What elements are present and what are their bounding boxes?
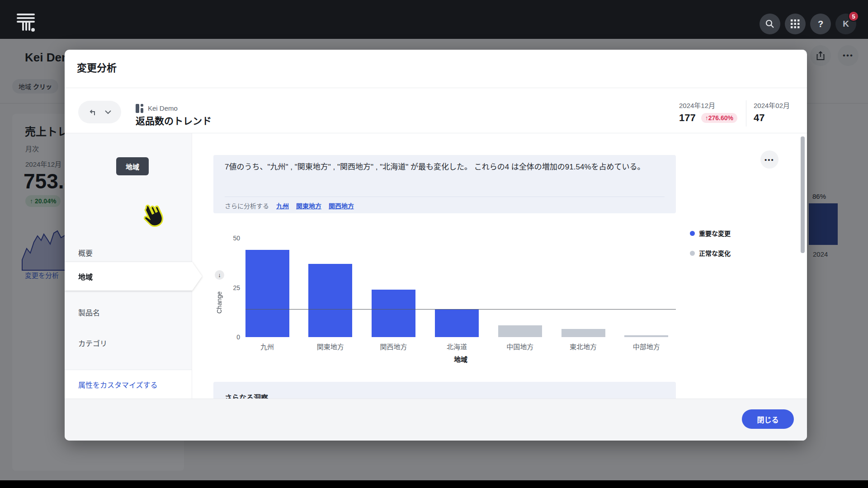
legend-item[interactable]: 正常な変化 (690, 249, 731, 258)
chart-plot: 02550 (245, 226, 676, 337)
y-axis-tick: 25 (222, 284, 240, 291)
apps-button[interactable] (785, 14, 806, 34)
app-logo (17, 13, 36, 34)
modal-title: 変更分析 (77, 60, 117, 74)
period-value: 177 (679, 112, 696, 124)
reference-line (245, 309, 676, 310)
category-tick-label: 関西地方 (362, 342, 425, 351)
legend-label: 正常な変化 (699, 249, 731, 258)
chart-category-row: 九州関東地方関西地方北海道中国地方東北地方中部地方 (245, 342, 676, 351)
legend-label: 重要な変更 (699, 229, 731, 238)
sort-descending-icon[interactable]: ↓ (215, 270, 224, 280)
sidebar-item[interactable]: 製品名 (78, 307, 100, 318)
chevron-down-icon (104, 110, 112, 114)
close-button[interactable]: 閉じる (742, 409, 794, 429)
search-button[interactable] (760, 14, 780, 34)
legend-dot-icon (690, 251, 695, 256)
period-divider (746, 100, 746, 127)
chart-bar-normal[interactable] (498, 325, 542, 337)
period-label: 2024年02月 (754, 100, 790, 110)
source-app-name: Kei Demo (148, 104, 178, 112)
help-icon: ? (818, 19, 823, 29)
insight-divider (225, 197, 665, 197)
sidebar-item[interactable]: 概要 (78, 247, 93, 258)
customize-attributes-link[interactable]: 属性をカスタマイズする (78, 379, 158, 390)
change-analysis-modal: 変更分析 Kei Demo 返品数のトレンド 2024年12月 177 ↑276… (65, 50, 807, 441)
category-tick-label: 東北地方 (552, 342, 615, 351)
legend-dot-icon (690, 231, 695, 236)
source-metric-title: 返品数のトレンド (136, 113, 212, 127)
modal-header-divider (65, 88, 807, 88)
apps-grid-icon (791, 19, 800, 28)
top-navbar: ? K 5 (0, 0, 868, 39)
category-tick-label: 関東地方 (299, 342, 362, 351)
user-avatar[interactable]: K 5 (835, 14, 856, 34)
analyze-link[interactable]: 関東地方 (296, 201, 321, 210)
liveboard-icon (136, 104, 145, 113)
search-icon (765, 19, 775, 29)
period-previous: 2024年02月 47 (754, 100, 790, 124)
y-axis-tick: 0 (222, 333, 240, 341)
modal-footer: 閉じる (65, 399, 807, 441)
more-dots-icon: ••• (764, 156, 774, 164)
mouse-cursor-icon (140, 203, 165, 230)
chart-bar-normal[interactable] (624, 335, 668, 337)
period-label: 2024年12月 (679, 100, 737, 110)
chart-bar-significant[interactable] (308, 264, 352, 337)
bottom-bar (0, 480, 868, 488)
category-tick-label: 中国地方 (488, 342, 552, 351)
insight-box: 7値のうち、"九州" , "関東地方" , "関西地方" , "北海道" が最も… (213, 155, 676, 213)
sidebar-tooltip: 地域 (116, 157, 149, 175)
notification-badge: 5 (848, 11, 859, 22)
analyze-link[interactable]: 関西地方 (329, 201, 354, 210)
analyze-further-label: さらに分析する (225, 201, 269, 210)
analyze-further-row: さらに分析する 九州関東地方関西地方 (225, 201, 354, 210)
customize-attributes-section: 属性をカスタマイズする (65, 370, 192, 399)
help-button[interactable]: ? (810, 14, 831, 34)
chart-legend: 重要な変更正常な変化 (690, 229, 731, 268)
back-button-group[interactable] (78, 101, 121, 123)
x-axis-label: 地域 (245, 354, 676, 364)
period-current: 2024年12月 177 ↑276.60% (679, 100, 737, 124)
insight-more-button[interactable]: ••• (760, 150, 778, 169)
insight-text: 7値のうち、"九州" , "関東地方" , "関西地方" , "北海道" が最も… (225, 161, 661, 174)
category-tick-label: 中部地方 (615, 342, 678, 351)
modal-scrollbar[interactable] (801, 136, 805, 253)
sidebar-item-selected[interactable]: 地域 (65, 262, 202, 291)
sidebar-item[interactable]: カテゴリ (78, 338, 107, 348)
y-axis-tick: 50 (222, 235, 240, 242)
sidebar-item-label: 地域 (65, 262, 202, 291)
category-tick-label: 北海道 (425, 342, 488, 351)
analyze-link[interactable]: 九州 (276, 201, 289, 210)
legend-item[interactable]: 重要な変更 (690, 229, 731, 238)
period-value: 47 (754, 112, 764, 124)
back-arrow-icon (88, 107, 98, 117)
chart-bar-normal[interactable] (561, 329, 605, 337)
chart-bar-significant[interactable] (372, 290, 415, 337)
chart-bar-significant[interactable] (245, 250, 289, 337)
avatar-initial: K (843, 19, 849, 29)
screen: ? K 5 Kei Demo 地域 クリッ 売上トレ 月次 2024年12月 7… (0, 0, 868, 488)
category-tick-label: 九州 (236, 342, 299, 351)
chart-bar-significant[interactable] (435, 310, 479, 337)
period-change-badge: ↑276.60% (701, 113, 737, 123)
